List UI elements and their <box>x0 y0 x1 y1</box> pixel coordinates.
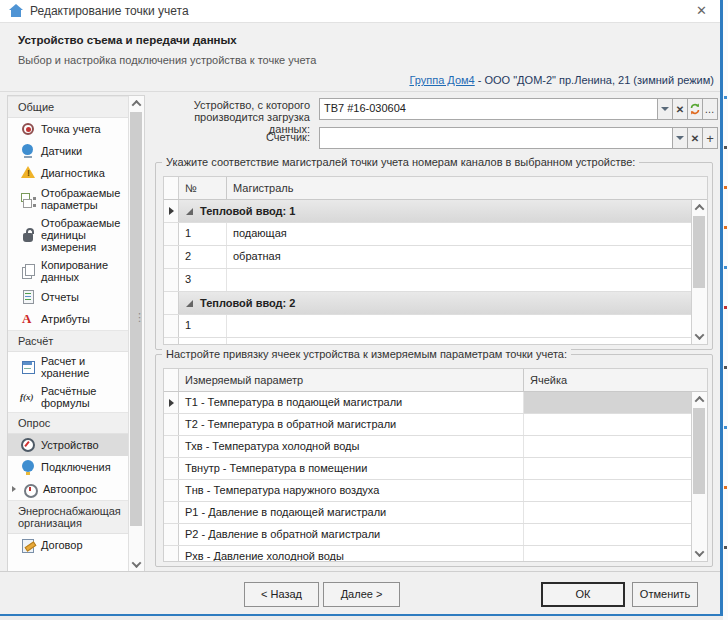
channel-group-band[interactable]: Тепловой ввод: 2 <box>179 292 691 314</box>
column-header-cell[interactable]: Ячейка <box>524 369 707 391</box>
channel-main-cell[interactable]: подающая <box>227 223 691 245</box>
cell-binding-cell[interactable] <box>524 524 691 545</box>
sidebar-item[interactable]: Отображаемые параметры <box>8 184 128 214</box>
counter-clear-icon[interactable]: ✕ <box>687 128 702 148</box>
sidebar-item[interactable]: Отчеты <box>8 286 128 308</box>
parameter-cell[interactable]: Твнутр - Температура в помещении <box>179 458 524 479</box>
channel-main-cell[interactable] <box>227 338 691 344</box>
device-refresh-icon[interactable] <box>687 99 702 119</box>
cancel-button[interactable]: Отменить <box>632 582 698 607</box>
channels-scroll-thumb[interactable] <box>693 216 705 288</box>
device-browse-icon[interactable]: … <box>702 99 717 119</box>
cell-binding-cell[interactable] <box>524 502 691 523</box>
channels-scrollbar[interactable] <box>691 200 707 344</box>
scroll-down-icon[interactable] <box>129 557 143 572</box>
sidebar-item[interactable]: Датчики <box>8 140 128 162</box>
channel-num-cell[interactable]: 3 <box>179 269 227 291</box>
parameter-cell[interactable]: Тнв - Температура наружного воздуха <box>179 480 524 501</box>
cell-binding-cell[interactable] <box>524 392 691 413</box>
channel-row[interactable]: 2обратная <box>164 246 691 269</box>
sidebar-item[interactable]: Расчётные формулы <box>8 382 128 412</box>
device-clear-icon[interactable]: ✕ <box>672 99 687 119</box>
parameter-row[interactable]: Тнв - Температура наружного воздуха <box>164 480 691 502</box>
channel-row[interactable]: 2 <box>164 338 691 344</box>
parameter-cell[interactable]: Т2 - Температура в обратной магистрали <box>179 414 524 435</box>
close-icon[interactable]: ✕ <box>693 2 710 20</box>
sidebar-item[interactable]: Отображаемые единицы измерения <box>8 214 128 256</box>
channel-group-band[interactable]: Тепловой ввод: 1 <box>179 200 691 222</box>
sidebar-group-header[interactable]: Энергоснабжающая организация <box>8 500 128 534</box>
parameter-row[interactable]: Т1 - Температура в подающей магистрали <box>164 392 691 414</box>
channel-row[interactable]: 1подающая <box>164 223 691 246</box>
group-expanded-icon[interactable] <box>185 207 194 216</box>
next-button[interactable]: Далее > <box>323 582 400 607</box>
parameter-row[interactable]: Р2 - Давление в обратной магистрали <box>164 524 691 546</box>
column-header-num[interactable]: № <box>179 177 227 199</box>
cell-binding-cell[interactable] <box>524 458 691 479</box>
sidebar-item[interactable]: Устройство <box>8 434 128 456</box>
cell-binding-cell[interactable] <box>524 414 691 435</box>
cell-binding-cell[interactable] <box>524 436 691 457</box>
scroll-down-icon[interactable] <box>692 329 706 344</box>
parameter-cell[interactable]: Р1 - Давление в подающей магистрали <box>179 502 524 523</box>
sidebar-group-header[interactable]: Расчёт <box>8 330 128 352</box>
group-expanded-icon[interactable] <box>185 299 194 308</box>
counter-dropdown-icon[interactable] <box>672 128 687 148</box>
channel-group-row[interactable]: Тепловой ввод: 1 <box>164 200 691 223</box>
device-dropdown-icon[interactable] <box>657 99 672 119</box>
ok-button[interactable]: ОК <box>541 582 625 607</box>
sidebar-item[interactable]: Автоопрос <box>8 478 128 500</box>
channel-main-cell[interactable] <box>227 315 691 337</box>
sidebar-group-header[interactable]: Опрос <box>8 412 128 434</box>
channel-row[interactable]: 3 <box>164 269 691 292</box>
device-value[interactable]: ТВ7 #16-030604 <box>320 99 657 119</box>
group-link[interactable]: Группа Дом4 <box>409 74 474 86</box>
expand-arrow-icon[interactable] <box>12 486 16 492</box>
channel-num-cell[interactable]: 2 <box>179 338 227 344</box>
channel-num-cell[interactable]: 1 <box>179 223 227 245</box>
channel-num-cell[interactable]: 2 <box>179 246 227 268</box>
cells-scrollbar[interactable] <box>691 392 707 561</box>
channel-num-cell[interactable]: 1 <box>179 315 227 337</box>
cells-scroll-thumb[interactable] <box>693 408 705 494</box>
channel-main-cell[interactable] <box>227 269 691 291</box>
sidebar-item[interactable]: Диагностика <box>8 162 128 184</box>
sidebar-item[interactable]: Точка учета <box>8 118 128 140</box>
back-button[interactable]: < Назад <box>244 582 319 607</box>
channel-row[interactable]: 1 <box>164 315 691 338</box>
sidebar-item[interactable]: Расчет и хранение <box>8 352 128 382</box>
device-icon <box>20 437 36 453</box>
channel-group-row[interactable]: Тепловой ввод: 2 <box>164 292 691 315</box>
scroll-up-icon[interactable] <box>692 392 706 407</box>
column-header-main[interactable]: Магистраль <box>227 177 707 199</box>
sidebar-item[interactable]: Подключения <box>8 456 128 478</box>
counter-add-icon[interactable]: + <box>702 128 717 148</box>
parameter-row[interactable]: Р1 - Давление в подающей магистрали <box>164 502 691 524</box>
sidebar-item[interactable]: Копирование данных <box>8 256 128 286</box>
scroll-up-icon[interactable] <box>129 96 143 111</box>
scroll-up-icon[interactable] <box>692 200 706 215</box>
channel-main-cell[interactable]: обратная <box>227 246 691 268</box>
parameter-cell[interactable]: Рхв - Давление холодной воды <box>179 546 524 561</box>
parameter-row[interactable]: Т2 - Температура в обратной магистрали <box>164 414 691 436</box>
scroll-down-icon[interactable] <box>692 546 706 561</box>
parameter-cell[interactable]: Р2 - Давление в обратной магистрали <box>179 524 524 545</box>
channels-table-header: № Магистраль <box>164 177 707 200</box>
parameter-row[interactable]: Рхв - Давление холодной воды <box>164 546 691 561</box>
parameter-row[interactable]: Твнутр - Температура в помещении <box>164 458 691 480</box>
parameter-cell[interactable]: Тхв - Температура холодной воды <box>179 436 524 457</box>
sidebar-group-header[interactable]: Общие <box>8 96 128 118</box>
cell-binding-cell[interactable] <box>524 546 691 561</box>
cell-binding-cell[interactable] <box>524 480 691 501</box>
column-header-param[interactable]: Измеряемый параметр <box>179 369 524 391</box>
sidebar-scroll-thumb[interactable] <box>130 112 142 526</box>
sidebar-item[interactable]: Атрибуты <box>8 308 128 330</box>
sidebar-item[interactable]: Договор <box>8 534 128 556</box>
counter-combobox[interactable]: ✕ + <box>319 127 718 149</box>
parameter-cell[interactable]: Т1 - Температура в подающей магистрали <box>179 392 524 413</box>
sidebar-scrollbar[interactable] <box>128 96 144 572</box>
device-combobox[interactable]: ТВ7 #16-030604 ✕ … <box>319 98 718 120</box>
counter-value[interactable] <box>320 128 672 148</box>
parameter-row[interactable]: Тхв - Температура холодной воды <box>164 436 691 458</box>
sidebar-item-label: Точка учета <box>41 123 101 135</box>
